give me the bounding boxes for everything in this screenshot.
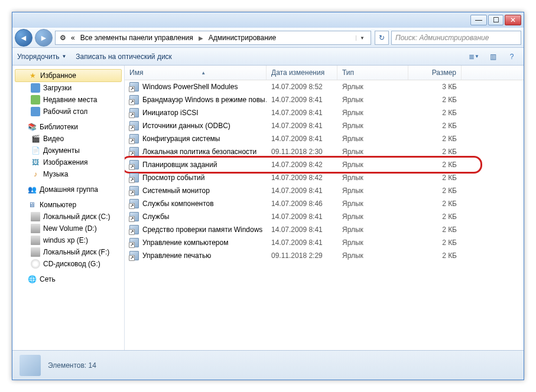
minimize-button[interactable]: — [470,15,487,25]
sidebar-network[interactable]: 🌐Сеть [15,273,124,285]
sidebar-libraries[interactable]: 📚Библиотеки [15,121,124,133]
star-icon: ★ [28,71,37,80]
disk-icon [31,212,40,221]
file-row[interactable]: Службы14.07.2009 8:41Ярлык2 КБ [125,210,524,223]
preview-pane-button[interactable]: ▥ [486,50,500,63]
column-name[interactable]: Имя▲ [125,66,267,80]
column-date[interactable]: Дата изменения [267,66,337,80]
address-bar[interactable]: ⚙ « Все элементы панели управления ▶ Адм… [55,31,371,45]
file-type: Ярлык [337,198,408,209]
shortcut-icon [129,147,139,156]
file-name: Системный монитор [142,187,210,195]
file-size: 2 КБ [408,133,462,144]
shortcut-icon [129,186,139,195]
file-row[interactable]: Системный монитор14.07.2009 8:41Ярлык2 К… [125,184,524,197]
computer-icon: 🖥 [27,200,37,210]
sidebar-item-disk-c[interactable]: Локальный диск (C:) [15,211,124,223]
address-prefix: « [71,34,75,42]
file-row[interactable]: Службы компонентов14.07.2009 8:46Ярлык2 … [125,197,524,210]
sidebar-item-disk-f[interactable]: Локальный диск (F:) [15,246,124,258]
file-size: 2 КБ [408,250,462,261]
file-size: 3 КБ [408,81,462,92]
details-pane: Элементов: 14 [12,350,524,380]
file-type: Ярлык [337,224,408,235]
file-size: 2 КБ [408,107,462,118]
sidebar-item-downloads[interactable]: Загрузки [15,82,124,94]
help-button[interactable]: ? [505,50,519,63]
file-row[interactable]: Windows PowerShell Modules14.07.2009 8:5… [125,80,524,93]
shortcut-icon [129,82,139,92]
sidebar-computer[interactable]: 🖥Компьютер [15,199,124,211]
forward-button[interactable]: ► [35,29,53,47]
file-date: 14.07.2009 8:41 [267,120,337,131]
sidebar-item-desktop[interactable]: Рабочий стол [15,106,124,117]
file-row[interactable]: Управление компьютером14.07.2009 8:41Ярл… [125,236,524,249]
file-date: 09.11.2018 2:30 [267,146,337,157]
sidebar-item-documents[interactable]: 📄Документы [15,145,124,156]
sidebar-item-disk-d[interactable]: New Volume (D:) [15,223,124,234]
disk-icon [31,224,40,233]
file-name: Управление печатью [142,251,211,260]
file-type: Ярлык [337,237,408,248]
close-button[interactable]: ✕ [505,15,521,25]
file-type: Ярлык [337,159,408,170]
file-size: 2 КБ [408,211,462,222]
column-type[interactable]: Тип [337,66,408,80]
file-name: Службы компонентов [142,200,214,208]
search-input[interactable]: Поиск: Администрирование [391,31,521,45]
file-row[interactable]: Локальная политика безопасности09.11.201… [125,145,524,158]
sidebar-item-video[interactable]: 🎬Видео [15,133,124,145]
file-row[interactable]: Источники данных (ODBC)14.07.2009 8:41Яр… [125,119,524,132]
file-name: Локальная политика безопасности [142,148,256,156]
shortcut-icon [129,134,139,143]
breadcrumb-seg-2[interactable]: Администрирование [207,34,278,42]
file-type: Ярлык [337,146,408,157]
libraries-icon: 📚 [27,122,37,132]
shortcut-icon [129,160,139,169]
file-name: Источники данных (ODBC) [142,122,230,130]
file-date: 14.07.2009 8:41 [267,133,337,144]
view-options-button[interactable]: ≣ ▼ [467,50,481,63]
file-type: Ярлык [337,185,408,196]
network-icon: 🌐 [27,275,37,284]
shortcut-icon [129,173,139,182]
organize-button[interactable]: Упорядочить▼ [17,53,66,61]
file-size: 2 КБ [408,224,462,235]
file-type: Ярлык [337,120,408,131]
sidebar-favorites[interactable]: ★Избранное [15,69,122,82]
file-row[interactable]: Конфигурация системы14.07.2009 8:41Ярлык… [125,132,524,145]
address-dropdown[interactable]: ▼ [356,35,368,41]
shortcut-icon [129,251,139,260]
maximize-button[interactable]: ☐ [488,15,503,25]
file-type: Ярлык [337,211,408,222]
sidebar-item-pictures[interactable]: 🖼Изображения [15,156,124,168]
desktop-icon [31,107,40,116]
burn-button[interactable]: Записать на оптический диск [76,53,172,61]
file-row[interactable]: Инициатор iSCSI14.07.2009 8:41Ярлык2 КБ [125,106,524,119]
file-row[interactable]: Планировщик заданий14.07.2009 8:42Ярлык2… [125,158,524,171]
file-date: 09.11.2018 2:29 [267,250,337,261]
refresh-button[interactable]: ↻ [375,31,389,45]
sidebar-item-recent[interactable]: Недавние места [15,94,124,106]
shortcut-icon [129,95,139,104]
sidebar-item-disk-e[interactable]: windus xp (E:) [15,234,124,246]
file-date: 14.07.2009 8:41 [267,185,337,196]
column-size[interactable]: Размер [408,66,462,80]
sidebar-item-cd[interactable]: CD-дисковод (G:) [15,258,124,270]
sidebar-homegroup[interactable]: 👥Домашняя группа [15,184,124,195]
search-placeholder: Поиск: Администрирование [395,34,489,42]
shortcut-icon [129,108,139,117]
sidebar-item-music[interactable]: ♪Музыка [15,168,124,180]
breadcrumb-seg-1[interactable]: Все элементы панели управления [79,34,195,42]
shortcut-icon [129,121,139,130]
file-row[interactable]: Просмотр событий14.07.2009 8:42Ярлык2 КБ [125,171,524,184]
file-row[interactable]: Брандмауэр Windows в режиме повы…14.07.2… [125,93,524,106]
explorer-window: — ☐ ✕ ◄ ► ⚙ « Все элементы панели управл… [12,12,524,380]
back-button[interactable]: ◄ [15,29,33,47]
documents-icon: 📄 [31,146,40,155]
file-row[interactable]: Средство проверки памяти Windows14.07.20… [125,223,524,236]
homegroup-icon: 👥 [27,185,37,194]
file-row[interactable]: Управление печатью09.11.2018 2:29Ярлык2 … [125,249,524,262]
control-panel-icon: ⚙ [58,33,67,43]
shortcut-icon [129,212,139,221]
